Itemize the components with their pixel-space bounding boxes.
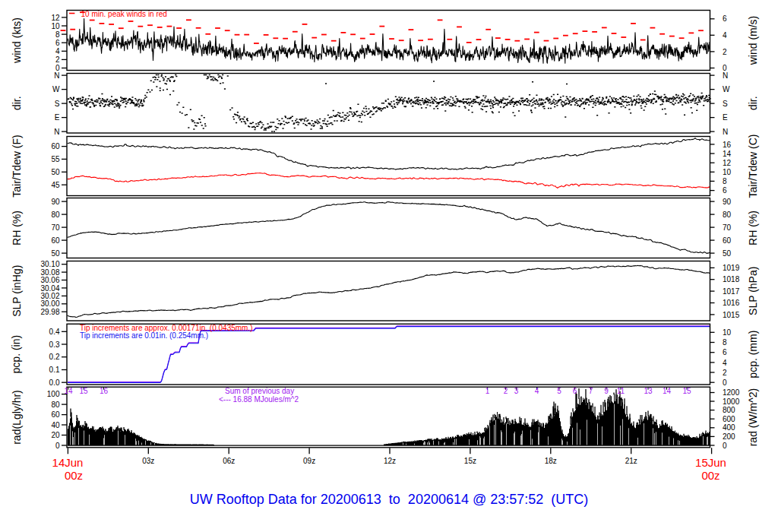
svg-text:UW Rooftop Data for 20200613: UW Rooftop Data for 20200613 to 20200614… — [190, 492, 589, 507]
svg-text:0.4: 0.4 — [49, 328, 60, 336]
svg-text:rad (W/m^2): rad (W/m^2) — [747, 388, 759, 447]
svg-text:1018: 1018 — [723, 275, 740, 283]
svg-text:15: 15 — [682, 387, 691, 395]
svg-text:SLP (hPa): SLP (hPa) — [747, 267, 759, 315]
svg-text:dir.: dir. — [747, 96, 759, 110]
svg-text:15: 15 — [79, 387, 88, 395]
svg-text:50: 50 — [51, 249, 60, 258]
svg-text:09z: 09z — [303, 457, 315, 465]
svg-text:80: 80 — [51, 211, 60, 219]
svg-text:2: 2 — [723, 48, 727, 56]
svg-text:03z: 03z — [142, 457, 154, 465]
svg-text:15Jun: 15Jun — [695, 456, 726, 469]
svg-text:15z: 15z — [464, 457, 476, 465]
svg-text:800: 800 — [723, 406, 735, 414]
svg-text:4: 4 — [535, 387, 539, 395]
svg-text:06z: 06z — [223, 457, 235, 465]
svg-text:50: 50 — [51, 168, 60, 176]
svg-text:4: 4 — [723, 31, 727, 40]
svg-text:16: 16 — [100, 387, 109, 395]
svg-text:N: N — [54, 71, 59, 80]
svg-text:29.98: 29.98 — [40, 308, 59, 316]
svg-text:dir.: dir. — [11, 96, 23, 110]
svg-text:0.2: 0.2 — [49, 353, 60, 361]
svg-text:20: 20 — [51, 431, 60, 439]
svg-text:12z: 12z — [384, 457, 396, 465]
svg-text:18z: 18z — [545, 457, 557, 465]
svg-text:60: 60 — [51, 142, 60, 150]
svg-text:Sum of previous day: Sum of previous day — [225, 387, 294, 395]
svg-text:13: 13 — [644, 387, 653, 395]
svg-text:2: 2 — [723, 369, 727, 377]
svg-text:wind (kts): wind (kts) — [11, 17, 23, 64]
svg-text:200: 200 — [723, 432, 735, 441]
svg-text:45: 45 — [51, 181, 60, 189]
svg-text:80: 80 — [51, 401, 60, 409]
svg-text:40: 40 — [51, 421, 60, 429]
svg-text:1000: 1000 — [723, 397, 740, 406]
svg-text:E: E — [55, 113, 60, 122]
svg-text:80: 80 — [723, 211, 732, 219]
svg-text:70: 70 — [51, 223, 60, 232]
svg-text:21z: 21z — [625, 457, 637, 465]
svg-text:4: 4 — [55, 47, 60, 55]
svg-text:2: 2 — [55, 55, 60, 64]
svg-text:12: 12 — [723, 159, 732, 167]
svg-text:1200: 1200 — [723, 388, 740, 397]
svg-text:Tip increments are approx. 0.0: Tip increments are approx. 0.00171in. (0… — [80, 324, 253, 332]
svg-text:S: S — [723, 100, 728, 108]
svg-text:11: 11 — [617, 387, 625, 395]
svg-text:1015: 1015 — [723, 311, 740, 319]
svg-text:30.00: 30.00 — [40, 299, 59, 308]
svg-text:14Jun: 14Jun — [52, 456, 84, 469]
svg-text:<--- 16.88 MJoules/m^2: <--- 16.88 MJoules/m^2 — [219, 395, 299, 404]
svg-text:14: 14 — [64, 387, 73, 395]
svg-text:70: 70 — [723, 223, 732, 232]
svg-text:N: N — [723, 71, 728, 80]
svg-text:8: 8 — [723, 177, 727, 185]
svg-text:pcp. (in): pcp. (in) — [11, 335, 23, 374]
svg-text:3: 3 — [514, 387, 519, 395]
svg-text:RH (%): RH (%) — [11, 211, 23, 245]
svg-text:55: 55 — [51, 155, 60, 163]
svg-text:8: 8 — [55, 30, 60, 39]
svg-text:W: W — [52, 85, 60, 93]
svg-text:60: 60 — [723, 236, 732, 245]
svg-text:SLP (inHg): SLP (inHg) — [11, 265, 23, 317]
svg-text:RH (%): RH (%) — [747, 211, 759, 245]
svg-text:1017: 1017 — [723, 287, 740, 296]
svg-text:1016: 1016 — [723, 299, 740, 307]
svg-text:N: N — [54, 128, 59, 136]
svg-text:4: 4 — [723, 359, 727, 367]
svg-text:30.02: 30.02 — [40, 292, 59, 300]
svg-text:0.1: 0.1 — [49, 366, 60, 374]
svg-text:100: 100 — [47, 390, 60, 398]
svg-text:rad(Lgly/hr): rad(Lgly/hr) — [11, 390, 23, 445]
svg-text:60: 60 — [51, 236, 60, 245]
svg-text:Tair/Tdew (F): Tair/Tdew (F) — [11, 135, 23, 197]
svg-text:0: 0 — [723, 442, 727, 450]
svg-text:30.08: 30.08 — [40, 268, 59, 277]
svg-text:7: 7 — [589, 387, 593, 395]
svg-text:0: 0 — [723, 378, 727, 387]
svg-text:16: 16 — [723, 141, 732, 149]
svg-text:90: 90 — [51, 198, 60, 206]
svg-text:Tair/Tdew (C): Tair/Tdew (C) — [747, 134, 759, 198]
svg-text:10 min. peak winds in red: 10 min. peak winds in red — [81, 10, 167, 18]
svg-text:N: N — [723, 128, 728, 136]
svg-text:1019: 1019 — [723, 264, 740, 272]
svg-text:0.3: 0.3 — [49, 340, 60, 349]
svg-text:2: 2 — [504, 387, 508, 395]
svg-text:90: 90 — [723, 198, 732, 206]
svg-text:W: W — [723, 85, 730, 93]
svg-text:6: 6 — [723, 186, 727, 195]
svg-text:6: 6 — [723, 348, 727, 356]
svg-text:12: 12 — [51, 14, 60, 22]
svg-text:400: 400 — [723, 423, 735, 432]
svg-text:0.0: 0.0 — [49, 378, 60, 387]
svg-text:6: 6 — [723, 14, 727, 23]
svg-text:60: 60 — [51, 410, 60, 419]
svg-text:00z: 00z — [701, 469, 719, 482]
svg-text:30.10: 30.10 — [40, 260, 59, 268]
svg-text:14: 14 — [723, 150, 732, 158]
